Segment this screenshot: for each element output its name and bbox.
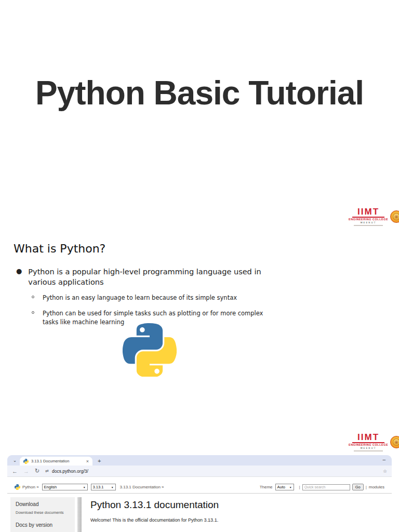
sub-bullet-circle bbox=[32, 296, 34, 298]
sidebar-heading-download: Download bbox=[16, 501, 70, 507]
iimt-seal-icon bbox=[390, 210, 399, 223]
python-logo-icon bbox=[123, 323, 177, 377]
docs-content: Download Download these documents Docs b… bbox=[7, 494, 392, 532]
slide2-heading: What is Python? bbox=[14, 242, 105, 255]
sidebar-heading-docs-by-version: Docs by version bbox=[16, 522, 70, 528]
sidebar-link-download-documents[interactable]: Download these documents bbox=[16, 510, 70, 515]
docs-nav-right: Theme Auto ▼ | Go | modules bbox=[260, 484, 384, 490]
chevron-down-icon: ▼ bbox=[111, 486, 114, 489]
bookmark-star-icon[interactable]: ☆ bbox=[383, 469, 387, 474]
docs-sidebar: Download Download these documents Docs b… bbox=[10, 497, 75, 532]
theme-select[interactable]: Auto ▼ bbox=[275, 484, 294, 490]
nav-separator: | bbox=[299, 485, 300, 489]
modules-link[interactable]: modules bbox=[369, 485, 384, 489]
tab-close-icon[interactable]: × bbox=[86, 459, 89, 464]
sub-bullet-text: Python is an easy language to learn beca… bbox=[43, 294, 277, 302]
chevron-down-icon: ▼ bbox=[289, 486, 292, 489]
iimt-subtitle: ENGINEERING COLLEGE bbox=[349, 218, 388, 221]
browser-toolbar: ← → ↻ ⇄ docs.python.org/3/ ☆ bbox=[7, 466, 392, 477]
sidebar-collapse-handle[interactable] bbox=[77, 497, 82, 532]
sub-bullet-item: Python is an easy language to learn beca… bbox=[32, 294, 277, 302]
language-select[interactable]: English ▼ bbox=[42, 484, 88, 490]
python-favicon-icon bbox=[23, 459, 29, 464]
forward-icon[interactable]: → bbox=[23, 468, 29, 474]
iimt-tagline-line bbox=[354, 450, 383, 451]
site-settings-icon[interactable]: ⇄ bbox=[45, 469, 49, 473]
docs-welcome-text: Welcome! This is the official documentat… bbox=[90, 517, 219, 523]
bullet-dot: ● bbox=[16, 267, 22, 287]
tab-search-chevron-icon[interactable]: ⌄ bbox=[11, 457, 18, 464]
language-select-value: English bbox=[44, 485, 57, 489]
bullet-text: Python is a popular high-level programmi… bbox=[28, 267, 268, 287]
version-select-value: 3.13.1 bbox=[93, 485, 104, 489]
browser-window: ⌄ 3.13.1 Documentation × + – ← → ↻ ⇄ doc… bbox=[7, 455, 392, 532]
iimt-subtitle: ENGINEERING COLLEGE bbox=[349, 444, 388, 447]
breadcrumb[interactable]: 3.13.1 Documentation » bbox=[120, 485, 164, 489]
iimt-tagline-line bbox=[354, 225, 383, 226]
minimize-icon[interactable]: – bbox=[382, 457, 385, 462]
reload-icon[interactable]: ↻ bbox=[35, 468, 39, 474]
bullet-item: ● Python is a popular high-level program… bbox=[16, 267, 268, 287]
tab-title: 3.13.1 Documentation bbox=[31, 459, 84, 463]
iimt-acronym: IIMT bbox=[357, 207, 379, 216]
go-button[interactable]: Go bbox=[352, 484, 364, 490]
url-text[interactable]: docs.python.org/3/ bbox=[52, 469, 88, 474]
nav-separator: | bbox=[366, 485, 367, 489]
iimt-acronym: IIMT bbox=[357, 433, 379, 442]
docs-main: Python 3.13.1 documentation Welcome! Thi… bbox=[82, 497, 219, 532]
python-logo-icon bbox=[15, 484, 20, 490]
quick-search-input[interactable] bbox=[302, 484, 350, 490]
document-page: Python Basic Tutorial IIMT ENGINEERING C… bbox=[0, 0, 399, 532]
address-bar[interactable]: ⇄ docs.python.org/3/ bbox=[45, 469, 383, 474]
iimt-city: MEERUT bbox=[361, 447, 377, 450]
iimt-college-logo: IIMT ENGINEERING COLLEGE MEERUT bbox=[349, 207, 397, 227]
back-icon[interactable]: ← bbox=[12, 468, 18, 474]
browser-tab[interactable]: 3.13.1 Documentation × bbox=[20, 457, 92, 466]
iimt-college-logo: IIMT ENGINEERING COLLEGE MEERUT bbox=[349, 432, 397, 452]
theme-label: Theme bbox=[260, 485, 273, 489]
browser-tab-strip: ⌄ 3.13.1 Documentation × + – bbox=[7, 455, 392, 466]
iimt-logo-text: IIMT ENGINEERING COLLEGE MEERUT bbox=[349, 207, 388, 226]
new-tab-icon[interactable]: + bbox=[98, 458, 101, 464]
iimt-seal-icon bbox=[390, 436, 399, 448]
docs-nav-bar: Python » English ▼ 3.13.1 ▼ 3.13.1 Docum… bbox=[7, 481, 392, 493]
version-select[interactable]: 3.13.1 ▼ bbox=[91, 484, 116, 490]
iimt-city: MEERUT bbox=[361, 222, 377, 224]
docs-page-title: Python 3.13.1 documentation bbox=[90, 499, 219, 511]
iimt-logo-text: IIMT ENGINEERING COLLEGE MEERUT bbox=[349, 433, 388, 451]
docs-brand-link[interactable]: Python » bbox=[22, 485, 39, 489]
chevron-down-icon: ▼ bbox=[83, 486, 86, 489]
slide1-title: Python Basic Tutorial bbox=[0, 74, 399, 112]
theme-select-value: Auto bbox=[277, 485, 285, 489]
sub-bullet-circle bbox=[32, 311, 34, 314]
